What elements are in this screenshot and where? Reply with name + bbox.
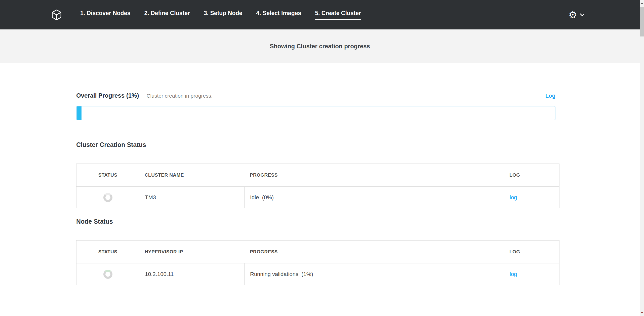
column-header-hypervisor-ip: HYPERVISOR IP (139, 249, 244, 255)
node-status-heading: Node Status (76, 218, 113, 225)
column-header-status: STATUS (76, 172, 139, 178)
chevron-down-icon (580, 12, 584, 16)
overall-log-link[interactable]: Log (545, 93, 555, 99)
settings-menu-button[interactable]: ⚙ (569, 10, 584, 20)
spinner-icon (103, 193, 112, 202)
column-header-status: STATUS (76, 249, 139, 255)
cluster-status-table: STATUS CLUSTER NAME PROGRESS LOG TM3 Idl… (76, 164, 559, 208)
app-logo-cube-icon (51, 9, 62, 21)
tab-select-images[interactable]: 4. Select Images (249, 10, 308, 20)
overall-progress-row: Overall Progress (1%) Cluster creation i… (76, 92, 555, 99)
overall-progress-label: Overall Progress (1%) (76, 92, 139, 99)
node-status-table: STATUS HYPERVISOR IP PROGRESS LOG 10.2.1… (76, 240, 559, 285)
gear-icon: ⚙ (569, 10, 577, 20)
overall-progress-fill (77, 106, 82, 120)
scrollbar-up-arrow-icon[interactable] (640, 0, 644, 7)
overall-status-text: Cluster creation in progress. (146, 93, 213, 99)
table-row: 10.2.100.11 Running validations (1%) log (76, 263, 559, 285)
column-header-progress: PROGRESS (244, 249, 504, 255)
cluster-status-heading: Cluster Creation Status (76, 141, 146, 148)
cluster-name-cell: TM3 (139, 187, 244, 208)
scrollbar-down-arrow-icon[interactable] (640, 309, 644, 316)
overall-progress-bar (76, 106, 555, 120)
progress-cell: Idle (0%) (244, 187, 504, 208)
progress-cell: Running validations (1%) (244, 263, 504, 285)
log-cell: log (504, 187, 559, 208)
status-cell (76, 263, 139, 285)
spinner-icon (103, 270, 112, 279)
column-header-log: LOG (504, 172, 559, 178)
hypervisor-ip-cell: 10.2.100.11 (139, 263, 244, 285)
tab-create-cluster[interactable]: 5. Create Cluster (308, 10, 368, 20)
vertical-scrollbar[interactable] (640, 0, 644, 316)
page: 1. Discover Nodes 2. Define Cluster 3. S… (0, 0, 640, 316)
log-link[interactable]: log (510, 194, 517, 201)
column-header-log: LOG (504, 249, 559, 255)
tab-setup-node[interactable]: 3. Setup Node (197, 10, 249, 20)
top-navbar: 1. Discover Nodes 2. Define Cluster 3. S… (0, 0, 640, 29)
tab-define-cluster[interactable]: 2. Define Cluster (137, 10, 197, 20)
log-cell: log (504, 263, 559, 285)
column-header-cluster-name: CLUSTER NAME (139, 172, 244, 178)
status-cell (76, 187, 139, 208)
table-header-row: STATUS HYPERVISOR IP PROGRESS LOG (76, 241, 559, 263)
scrollbar-thumb[interactable] (640, 7, 644, 36)
table-row: TM3 Idle (0%) log (76, 186, 559, 208)
page-title: Showing Cluster creation progress (270, 43, 370, 50)
page-subheader: Showing Cluster creation progress (0, 29, 640, 63)
wizard-steps: 1. Discover Nodes 2. Define Cluster 3. S… (73, 10, 368, 20)
tab-discover-nodes[interactable]: 1. Discover Nodes (73, 10, 137, 20)
log-link[interactable]: log (510, 271, 517, 278)
table-header-row: STATUS CLUSTER NAME PROGRESS LOG (76, 164, 559, 186)
column-header-progress: PROGRESS (244, 172, 504, 178)
